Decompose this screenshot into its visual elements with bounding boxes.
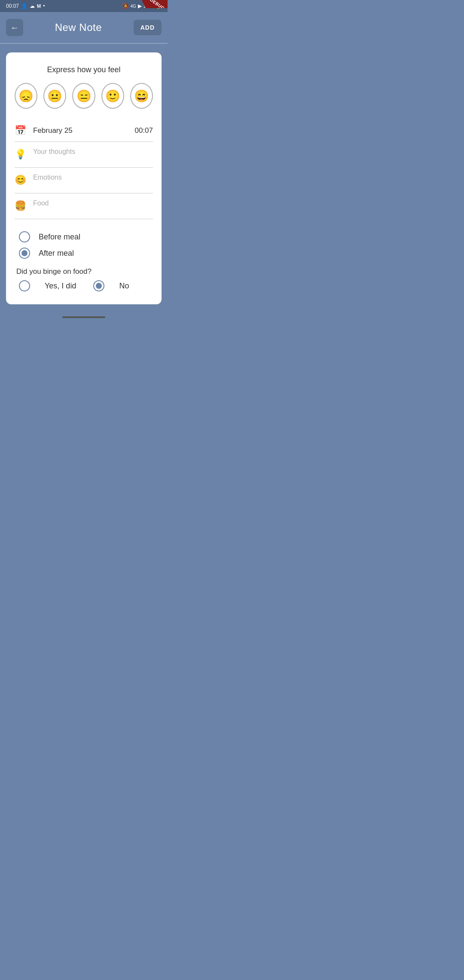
date-row: 📅 February 25 00:07 bbox=[15, 121, 153, 142]
no-binge-radio[interactable] bbox=[93, 280, 104, 291]
signal-4g-icon: 4G bbox=[131, 4, 136, 9]
emotions-field[interactable]: Emotions bbox=[33, 174, 153, 181]
mood-row: 😞 😐 😑 🙂 😄 bbox=[15, 83, 153, 109]
back-arrow-icon: ← bbox=[10, 23, 19, 33]
person-icon: 👤 bbox=[21, 3, 27, 9]
meal-timing-section: Before meal After meal bbox=[15, 219, 153, 259]
top-bar: ← New Note ADD bbox=[0, 12, 168, 43]
home-indicator bbox=[62, 316, 105, 318]
mood-face-3[interactable]: 😑 bbox=[72, 83, 95, 109]
dot-icon: • bbox=[43, 3, 45, 9]
time-display: 00:07 bbox=[6, 3, 19, 9]
after-meal-radio[interactable] bbox=[19, 248, 30, 259]
thoughts-row: 💡 Your thoughts bbox=[15, 142, 153, 168]
neutral-face-icon: 😑 bbox=[76, 89, 92, 103]
main-card: Express how you feel 😞 😐 😑 🙂 😄 📅 Februar… bbox=[6, 52, 162, 304]
after-meal-option[interactable]: After meal bbox=[15, 248, 153, 259]
no-binge-radio-dot bbox=[96, 283, 102, 289]
mood-section: Express how you feel 😞 😐 😑 🙂 😄 bbox=[15, 65, 153, 109]
yes-binge-radio[interactable] bbox=[19, 280, 30, 291]
add-button[interactable]: ADD bbox=[134, 20, 162, 35]
slightly-happy-icon: 🙂 bbox=[105, 89, 120, 103]
signal-bars-icon: ▶ bbox=[138, 3, 142, 9]
mute-icon: 🔕 bbox=[122, 3, 129, 9]
after-meal-radio-dot bbox=[21, 250, 27, 256]
food-field[interactable]: Food bbox=[33, 199, 153, 207]
thoughts-icon: 💡 bbox=[15, 149, 26, 160]
status-bar: 00:07 👤 ☁ M • 🔕 4G ▶ 100%🔋 bbox=[0, 0, 168, 12]
status-left: 00:07 👤 ☁ M • bbox=[6, 3, 45, 9]
debug-badge: DEBUG bbox=[142, 0, 168, 8]
mood-face-2[interactable]: 😐 bbox=[43, 83, 66, 109]
mood-face-1[interactable]: 😞 bbox=[15, 83, 37, 109]
page-title: New Note bbox=[55, 21, 102, 34]
before-meal-label: Before meal bbox=[39, 233, 80, 242]
emotions-row: 😊 Emotions bbox=[15, 168, 153, 193]
slightly-sad-icon: 😐 bbox=[47, 89, 62, 103]
date-text: February 25 bbox=[33, 126, 134, 135]
yes-binge-option[interactable]: Yes, I did bbox=[19, 280, 76, 291]
after-meal-label: After meal bbox=[39, 249, 74, 258]
yes-binge-label: Yes, I did bbox=[45, 282, 76, 291]
time-text: 00:07 bbox=[134, 126, 153, 135]
happy-face-icon: 😄 bbox=[134, 89, 149, 103]
thoughts-field[interactable]: Your thoughts bbox=[33, 148, 153, 156]
food-icon: 🍔 bbox=[15, 200, 26, 211]
binge-options-row: Yes, I did No bbox=[15, 280, 153, 291]
bottom-hint bbox=[0, 313, 168, 322]
mood-face-4[interactable]: 🙂 bbox=[101, 83, 124, 109]
cloud-icon: ☁ bbox=[30, 3, 35, 9]
before-meal-radio[interactable] bbox=[19, 231, 30, 242]
emotions-icon: 😊 bbox=[15, 175, 26, 186]
no-binge-option[interactable]: No bbox=[93, 280, 129, 291]
mood-face-5[interactable]: 😄 bbox=[130, 83, 153, 109]
calendar-icon: 📅 bbox=[15, 125, 26, 136]
back-button[interactable]: ← bbox=[6, 19, 23, 36]
top-divider bbox=[0, 43, 168, 44]
sad-face-icon: 😞 bbox=[18, 89, 34, 103]
food-row: 🍔 Food bbox=[15, 193, 153, 219]
no-binge-label: No bbox=[119, 282, 129, 291]
before-meal-option[interactable]: Before meal bbox=[15, 231, 153, 242]
binge-question: Did you binge on food? bbox=[15, 267, 153, 276]
mood-prompt: Express how you feel bbox=[15, 65, 153, 74]
gmail-icon: M bbox=[37, 3, 41, 9]
